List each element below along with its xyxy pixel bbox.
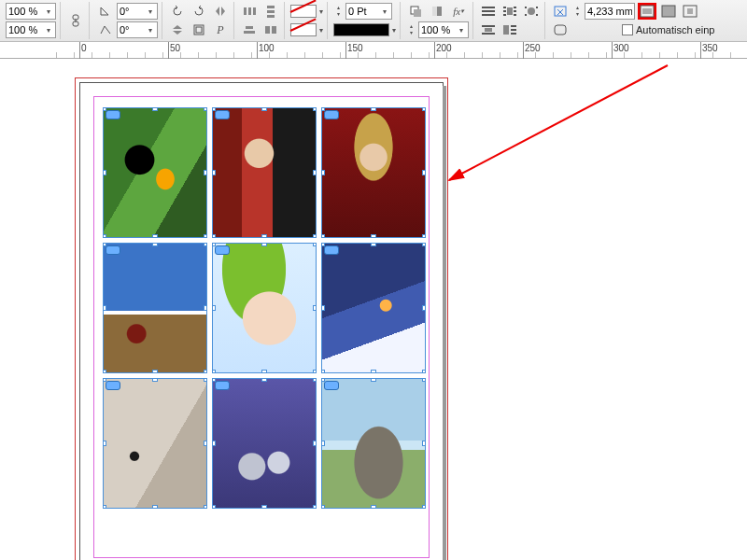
fill-swatch-none[interactable] [290, 5, 317, 18]
selection-handle[interactable] [204, 243, 207, 246]
selection-handle[interactable] [103, 243, 106, 246]
selection-handle[interactable] [321, 370, 325, 373]
selection-handle[interactable] [321, 305, 325, 311]
selection-handle[interactable] [321, 378, 325, 382]
zoom-value-bottom[interactable] [8, 24, 44, 35]
rotate-combo-bottom[interactable]: ▾ [117, 21, 158, 38]
distribute-vertical-icon[interactable] [261, 3, 280, 20]
zoom-value-top[interactable] [8, 6, 44, 17]
selection-handle[interactable] [152, 243, 158, 246]
selection-handle[interactable] [152, 505, 158, 509]
opacity-icon[interactable] [428, 3, 446, 20]
select-container-icon[interactable] [190, 21, 208, 38]
auto-fit-checkbox[interactable] [622, 24, 633, 35]
rotate-combo-top[interactable]: ▾ [117, 3, 158, 20]
selection-handle[interactable] [313, 170, 317, 175]
stroke-weight-value[interactable] [348, 6, 380, 17]
chain-link-icon[interactable] [66, 12, 85, 29]
selection-handle[interactable] [212, 305, 216, 311]
selection-handle[interactable] [422, 234, 426, 238]
selection-handle[interactable] [212, 370, 216, 373]
corner-options-icon[interactable] [551, 21, 570, 38]
wrap-jump-icon[interactable] [479, 21, 498, 38]
stroke-swatch-none[interactable] [290, 23, 317, 36]
selection-handle[interactable] [313, 505, 317, 509]
selection-handle[interactable] [422, 370, 426, 373]
zoom-combo-bottom[interactable]: ▾ [6, 21, 56, 38]
flip-horizontal-icon[interactable] [211, 3, 230, 20]
selection-handle[interactable] [422, 107, 426, 111]
selection-handle[interactable] [422, 441, 426, 446]
selection-handle[interactable] [321, 243, 325, 246]
selection-handle[interactable] [422, 378, 426, 382]
dropdown-caret-icon[interactable]: ▾ [319, 7, 323, 16]
drop-shadow-icon[interactable] [406, 3, 425, 20]
selection-handle[interactable] [103, 170, 106, 175]
dropdown-caret-icon[interactable]: ▾ [146, 23, 155, 36]
selection-handle[interactable] [321, 234, 325, 238]
image-frame-baby[interactable] [212, 243, 317, 373]
selection-handle[interactable] [212, 243, 216, 246]
image-frame-lantern[interactable] [321, 243, 426, 373]
stroke-style-swatch[interactable] [333, 23, 389, 36]
frame-scale-value[interactable] [421, 24, 457, 35]
image-frame-tractor[interactable] [103, 243, 207, 373]
image-frame-driver[interactable] [212, 107, 317, 238]
dropdown-caret-icon[interactable]: ▾ [44, 5, 53, 18]
selection-handle[interactable] [371, 505, 376, 509]
selection-handle[interactable] [313, 107, 317, 111]
selection-handle[interactable] [261, 378, 267, 382]
image-frame-elephant[interactable] [321, 378, 426, 509]
selection-handle[interactable] [313, 370, 317, 373]
selection-handle[interactable] [321, 170, 325, 175]
frame-scale-combo[interactable]: ▾ [418, 21, 469, 38]
wrap-column-icon[interactable] [500, 21, 519, 38]
selection-handle[interactable] [261, 505, 267, 509]
distribute-horizontal-icon[interactable] [240, 3, 259, 20]
selection-handle[interactable] [212, 234, 216, 238]
rotate-value-top[interactable] [120, 6, 146, 17]
horizontal-ruler[interactable]: 050100150200250300350 [0, 42, 747, 59]
image-frame-drums[interactable] [212, 378, 317, 509]
selection-handle[interactable] [204, 505, 207, 509]
canvas[interactable] [0, 59, 747, 560]
selection-handle[interactable] [212, 505, 216, 509]
selection-handle[interactable] [321, 505, 325, 509]
selection-handle[interactable] [212, 170, 216, 175]
rotate-cw-icon[interactable] [190, 3, 208, 20]
gap-combo[interactable] [585, 3, 635, 20]
selection-handle[interactable] [103, 505, 106, 509]
fit-content-proportionally-icon[interactable] [638, 3, 656, 20]
selection-handle[interactable] [321, 441, 325, 446]
selection-handle[interactable] [371, 243, 376, 246]
selection-handle[interactable] [313, 305, 317, 311]
selection-handle[interactable] [204, 170, 207, 175]
rotate-ccw-icon[interactable] [168, 3, 187, 20]
image-frame-blonde[interactable] [321, 107, 426, 238]
selection-handle[interactable] [103, 107, 106, 111]
selection-handle[interactable] [261, 234, 267, 238]
selection-handle[interactable] [204, 441, 207, 446]
selection-handle[interactable] [261, 107, 267, 111]
fit-frame-to-content-icon[interactable] [551, 3, 570, 20]
selection-handle[interactable] [371, 370, 376, 373]
selection-handle[interactable] [152, 378, 158, 382]
image-frame-rabbit[interactable] [103, 378, 207, 509]
selection-handle[interactable] [313, 378, 317, 382]
dropdown-caret-icon[interactable]: ▾ [44, 23, 53, 36]
selection-handle[interactable] [204, 305, 207, 311]
stroke-weight-combo[interactable]: ▾ [345, 3, 392, 20]
selection-handle[interactable] [103, 378, 106, 382]
shear-value-bottom[interactable] [120, 24, 146, 35]
selection-handle[interactable] [152, 234, 158, 238]
dropdown-caret-icon[interactable]: ▾ [392, 26, 396, 35]
image-frame-toucan[interactable] [103, 107, 207, 238]
selection-handle[interactable] [212, 107, 216, 111]
selection-handle[interactable] [422, 505, 426, 509]
selection-handle[interactable] [204, 234, 207, 238]
selection-handle[interactable] [152, 370, 158, 373]
selection-handle[interactable] [321, 107, 325, 111]
gap-spinner[interactable]: ▴▾ [572, 3, 582, 20]
fx-icon[interactable]: fx▾ [449, 3, 468, 20]
selection-handle[interactable] [212, 441, 216, 446]
